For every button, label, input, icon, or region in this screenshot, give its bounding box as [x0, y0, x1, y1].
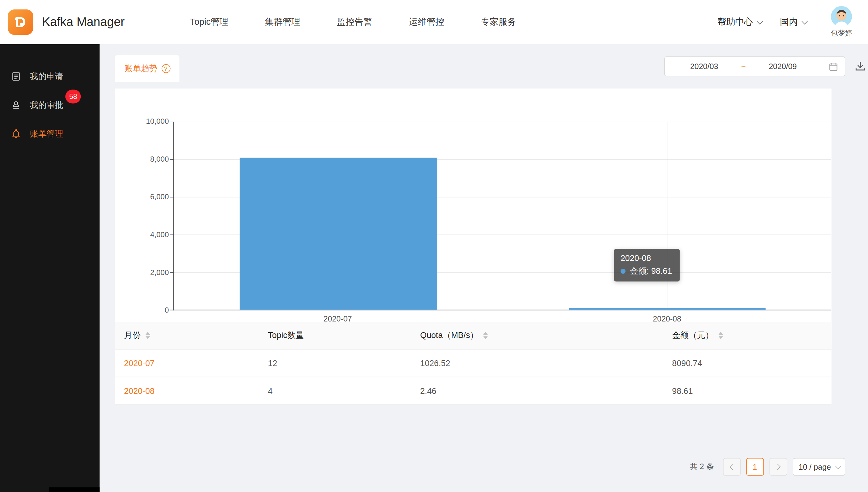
main-nav: Topic管理 集群管理 监控告警 运维管控 专家服务 [190, 16, 516, 28]
top-navbar: D Kafka Manager Topic管理 集群管理 监控告警 运维管控 专… [0, 0, 868, 44]
billing-table: 月份 Topic数量 Quota（MB/s） 金额（元） [115, 322, 831, 405]
sidebar: 我的申请 我的审批 58 账单管理 [0, 44, 100, 492]
tab-bill-trend-label: 账单趋势 [124, 63, 158, 74]
sidebar-item-label: 账单管理 [30, 129, 63, 139]
date-separator: ~ [737, 62, 750, 71]
cell-topics: 4 [268, 386, 420, 395]
sidebar-item-bill-management[interactable]: 账单管理 [0, 120, 100, 148]
sidebar-item-my-approvals[interactable]: 我的审批 58 [0, 91, 100, 120]
tooltip-title: 2020-08 [620, 253, 672, 263]
region-selector[interactable]: 国内 [780, 16, 806, 28]
nav-ops-control[interactable]: 运维管控 [409, 16, 444, 28]
cell-quota: 2.46 [420, 386, 672, 395]
cell-amount: 98.61 [672, 386, 822, 395]
cell-quota: 1026.52 [420, 359, 672, 368]
column-header-month[interactable]: 月份 [124, 330, 268, 341]
sort-icon[interactable] [483, 332, 488, 339]
clipboard-icon [11, 71, 21, 81]
nav-topic-management[interactable]: Topic管理 [190, 16, 229, 28]
gridline [174, 122, 831, 122]
date-end-input[interactable]: 2020/09 [750, 62, 816, 71]
chevron-left-icon [729, 464, 735, 470]
sort-icon[interactable] [146, 332, 150, 339]
date-start-input[interactable]: 2020/03 [672, 62, 737, 71]
month-link[interactable]: 2020-07 [124, 359, 155, 368]
user-menu[interactable]: 包梦婷 [825, 6, 858, 38]
chevron-down-icon [757, 18, 763, 24]
y-axis-tick [170, 122, 174, 122]
series-dot-icon [620, 269, 626, 274]
column-header-amount[interactable]: 金额（元） [672, 330, 822, 341]
y-axis-tick-label: 0 [115, 306, 169, 314]
y-axis-tick [170, 235, 174, 235]
user-name: 包梦婷 [831, 28, 852, 38]
month-link[interactable]: 2020-08 [124, 386, 155, 395]
y-axis-tick-label: 10,000 [115, 117, 169, 126]
user-avatar [831, 6, 852, 27]
next-page-button[interactable] [769, 458, 787, 476]
column-header-quota[interactable]: Quota（MB/s） [420, 330, 672, 341]
tooltip-value: 金额: 98.61 [630, 266, 672, 276]
y-axis-tick-label: 6,000 [115, 193, 169, 201]
bar-2020-08[interactable] [569, 308, 766, 310]
cell-amount: 8090.74 [672, 359, 822, 368]
prev-page-button[interactable] [723, 458, 741, 476]
logo-letter: D [15, 14, 26, 30]
help-center-label: 帮助中心 [718, 16, 753, 28]
bar-2020-07[interactable] [240, 158, 437, 310]
nav-monitoring-alerts[interactable]: 监控告警 [337, 16, 372, 28]
pagination: 共 2 条 1 10 / page [690, 458, 845, 476]
stamp-icon [11, 100, 21, 110]
y-axis-tick-label: 8,000 [115, 155, 169, 163]
tab-bill-trend[interactable]: 账单趋势 ? [115, 55, 179, 82]
sidebar-item-label: 我的申请 [30, 71, 63, 81]
table-header-row: 月份 Topic数量 Quota（MB/s） 金额（元） [115, 322, 831, 350]
cell-topics: 12 [268, 359, 420, 368]
app-stage: D Kafka Manager Topic管理 集群管理 监控告警 运维管控 专… [0, 0, 868, 492]
y-axis-tick [170, 159, 174, 160]
page-size-select[interactable]: 10 / page [793, 458, 845, 476]
nav-expert-service[interactable]: 专家服务 [481, 16, 516, 28]
sidebar-item-label: 我的审批 [30, 100, 63, 110]
sidebar-bottom-strip [49, 487, 100, 492]
y-axis-tick-label: 2,000 [115, 268, 169, 276]
help-center-menu[interactable]: 帮助中心 [718, 16, 761, 28]
app-title: Kafka Manager [42, 15, 125, 29]
chart-plot-area: 2020-08 金额: 98.61 [173, 122, 831, 310]
app-window: D Kafka Manager Topic管理 集群管理 监控告警 运维管控 专… [0, 0, 868, 492]
main-content: 账单趋势 ? 2020/03 ~ 2020/09 [100, 44, 868, 492]
page-number-button[interactable]: 1 [746, 458, 764, 476]
y-axis-tick [170, 197, 174, 197]
y-axis-tick [170, 310, 174, 311]
chevron-down-icon [801, 18, 807, 24]
table-row: 2020-08 4 2.46 98.61 [115, 377, 831, 405]
approval-count-badge: 58 [66, 90, 81, 103]
table-row: 2020-07 12 1026.52 8090.74 [115, 350, 831, 377]
chevron-down-icon [835, 463, 841, 469]
date-range-picker[interactable]: 2020/03 ~ 2020/09 [664, 56, 845, 76]
logo-dot [20, 23, 23, 26]
bell-icon [11, 129, 21, 139]
sidebar-item-my-applications[interactable]: 我的申请 [0, 62, 100, 91]
chevron-right-icon [774, 464, 780, 470]
chart-card: 10,000 8,000 6,000 4,000 2,000 0 [115, 89, 831, 342]
download-icon[interactable] [854, 60, 866, 72]
navbar-right: 帮助中心 国内 [718, 6, 858, 38]
column-header-topics: Topic数量 [268, 330, 420, 341]
y-axis-tick-label: 4,000 [115, 231, 169, 239]
app-logo-icon[interactable]: D [8, 9, 33, 35]
logo-dot [15, 17, 18, 21]
question-circle-icon[interactable]: ? [162, 64, 170, 73]
nav-cluster-management[interactable]: 集群管理 [265, 16, 300, 28]
sort-icon[interactable] [719, 332, 723, 339]
region-label: 国内 [780, 16, 798, 28]
calendar-icon [829, 62, 838, 71]
y-axis-tick [170, 272, 174, 273]
pagination-total: 共 2 条 [690, 462, 714, 472]
chart-tooltip: 2020-08 金额: 98.61 [614, 249, 680, 282]
